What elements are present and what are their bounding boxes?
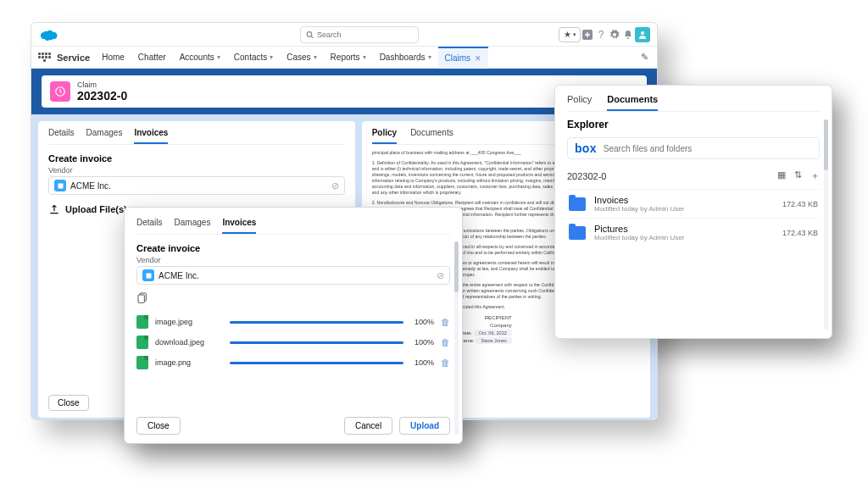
folder-row[interactable]: PicturesModified today by Admin User172.… [567,218,820,247]
section-title: Create invoice [48,153,345,164]
file-row: download.jpeg100%🗑 [136,336,450,349]
upload-progress [230,362,403,364]
vendor-label: Vendor [48,166,345,175]
global-search[interactable] [300,26,419,43]
explorer-tab-documents[interactable]: Documents [607,94,658,111]
record-type: Claim [77,80,127,89]
svg-rect-5 [58,183,63,188]
explorer-search[interactable]: box [567,137,820,159]
add-icon[interactable] [581,28,594,42]
nav-home[interactable]: Home [95,47,131,69]
file-icon [136,315,148,329]
nav-dashboards[interactable]: Dashboards▾ [373,47,438,69]
claim-icon [50,81,70,102]
account-icon [54,180,66,191]
breadcrumb[interactable]: 202302-0 [567,171,607,181]
global-search-input[interactable] [317,30,413,39]
folder-meta: Modified today by Admin User [594,234,684,241]
upload-percent: 100% [410,338,434,347]
close-icon[interactable]: ✕ [475,54,481,63]
upload-percent: 100% [410,358,434,367]
app-launcher-icon[interactable] [36,50,52,65]
search-icon [306,30,314,39]
close-button[interactable]: Close [48,395,89,411]
settings-icon[interactable] [608,28,621,42]
explorer-search-input[interactable] [604,144,812,153]
modal-close-button[interactable]: Close [136,417,181,435]
add-folder-icon[interactable]: ＋ [810,169,820,182]
folder-size: 172.43 KB [782,229,818,237]
salesforce-logo-icon [40,29,58,41]
file-icon [136,336,148,349]
nav-accounts[interactable]: Accounts▾ [173,47,227,69]
titlebar: ★ ▾ ? [31,23,657,47]
clear-icon[interactable]: ⊘ [437,270,444,281]
remove-file-icon[interactable]: 🗑 [441,358,450,368]
modal-vendor-label: Vendor [136,256,450,264]
tab-policy[interactable]: Policy [372,128,397,144]
nav-chatter[interactable]: Chatter [131,47,173,69]
tab-documents[interactable]: Documents [410,128,453,144]
modal-vendor-lookup[interactable]: ACME Inc. ⊘ [136,266,450,285]
cancel-button[interactable]: Cancel [344,417,392,435]
explorer-scrollbar[interactable] [824,119,828,330]
file-name: image.png [155,358,223,367]
folder-icon [569,226,586,240]
files-icon [136,291,450,308]
upload-button[interactable]: Upload [399,417,450,435]
modal-section-title: Create invoice [136,243,450,253]
modal-scrollbar[interactable] [454,241,459,435]
svg-point-0 [307,31,312,36]
folder-name: Pictures [594,224,684,234]
vendor-value: ACME Inc. [70,181,111,191]
svg-line-1 [311,36,313,37]
explorer-tab-policy[interactable]: Policy [567,94,592,111]
nav-cases[interactable]: Cases▾ [280,47,323,69]
notifications-icon[interactable] [621,28,635,42]
svg-point-3 [641,31,644,35]
user-avatar[interactable] [635,27,650,42]
help-icon[interactable]: ? [594,28,608,42]
modal-tab-damages[interactable]: Damages [175,218,211,234]
svg-rect-6 [146,273,151,278]
box-logo-icon: box [575,141,597,155]
create-invoice-modal: Details Damages Invoices Create invoice … [124,207,463,444]
account-icon [142,269,154,281]
remove-file-icon[interactable]: 🗑 [441,317,450,327]
upload-progress [230,341,403,344]
tab-details[interactable]: Details [48,128,75,144]
vendor-lookup[interactable]: ACME Inc. ⊘ [48,176,345,195]
left-tabs: Details Damages Invoices [48,128,345,145]
modal-tab-invoices[interactable]: Invoices [222,218,256,234]
clear-icon[interactable]: ⊘ [331,180,339,191]
folder-size: 172.43 KB [782,200,818,208]
explorer-title: Explorer [567,119,820,130]
favorites-button[interactable]: ★ ▾ [559,27,581,42]
folder-row[interactable]: InvoicesModified today by Admin User172.… [567,189,820,218]
tab-invoices[interactable]: Invoices [134,128,168,144]
file-row: image.png100%🗑 [136,356,450,369]
file-name: download.jpeg [155,338,223,347]
app-name: Service [57,53,90,63]
upload-percent: 100% [410,318,434,326]
edit-icon[interactable]: ✎ [641,52,648,63]
box-explorer-panel: Policy Documents Explorer box 202302-0 ▦… [554,85,832,339]
nav-contacts[interactable]: Contacts▾ [227,47,280,69]
folder-icon [569,197,586,211]
tab-damages[interactable]: Damages [86,128,123,144]
nav-claims-tab[interactable]: Claims✕ [438,47,489,69]
modal-tab-details[interactable]: Details [136,218,163,234]
file-icon [136,356,148,369]
sort-icon[interactable]: ⇅ [794,169,802,182]
navbar: Service Home Chatter Accounts▾ Contacts▾… [31,47,657,69]
grid-view-icon[interactable]: ▦ [777,169,786,182]
file-name: image.jpeg [155,318,223,326]
folder-name: Invoices [594,195,684,205]
file-row: image.jpeg100%🗑 [136,315,450,329]
nav-reports[interactable]: Reports▾ [324,47,373,69]
folder-meta: Modified today by Admin User [594,205,684,213]
upload-icon [48,203,60,215]
remove-file-icon[interactable]: 🗑 [441,337,450,347]
svg-rect-8 [138,295,144,302]
upload-progress [230,321,403,324]
